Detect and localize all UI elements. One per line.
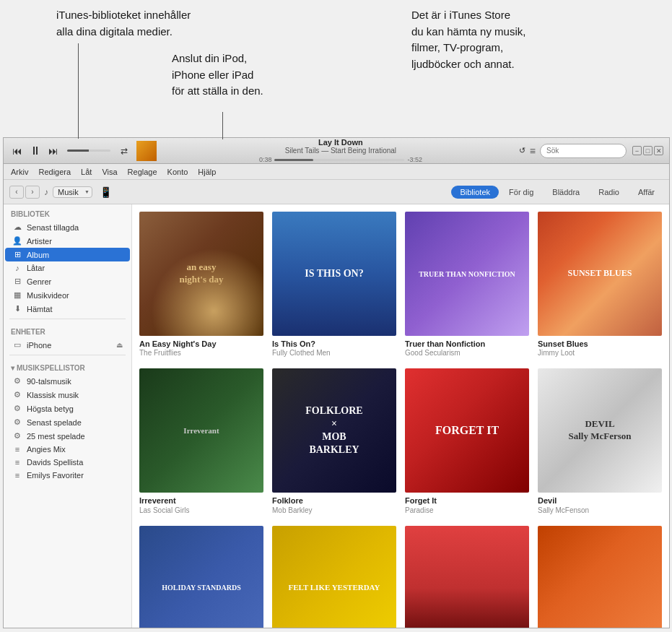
sidebar-item-music-videos[interactable]: ▦ Musikvideor (5, 288, 130, 302)
album-item-sunset-blues[interactable]: SUNSET BLUESSunset BluesJimmy Loot (538, 212, 662, 357)
album-title-easy-night: An Easy Night's Day (139, 339, 263, 349)
sidebar-item-klassisk[interactable]: ⚙ Klassisk musik (5, 388, 130, 402)
genres-icon: ⊟ (12, 277, 22, 286)
nav-tab-för-dig[interactable]: För dig (500, 186, 542, 199)
play-pause-button[interactable]: ⏸ (27, 143, 44, 159)
eject-button[interactable]: ⏏ (116, 341, 123, 349)
album-item-irreverent[interactable]: IrreverantIrreverentLas Social Girls (139, 368, 263, 514)
sidebar-divider-2 (9, 355, 126, 355)
playlist-gear-icon-5: ⚙ (12, 431, 22, 441)
genres-label: Genrer (27, 277, 51, 286)
callout-line-connect (222, 112, 223, 139)
album-title-devil: Devil (538, 495, 662, 506)
album-cover-easy-night: an easynight's day (139, 212, 263, 336)
sidebar-item-angies-mix[interactable]: ≡ Angies Mix (5, 443, 130, 456)
playlist-gear-icon-2: ⚙ (12, 390, 22, 399)
sidebar-item-artists[interactable]: 👤 Artister (5, 234, 130, 248)
minimize-button[interactable]: − (632, 146, 642, 155)
sidebar-item-90s[interactable]: ⚙ 90-talsmusik (5, 374, 130, 388)
sidebar-item-songs[interactable]: ♪ Låtar (5, 261, 130, 274)
menu-item-konto[interactable]: Konto (163, 166, 193, 178)
now-playing-center: Lay It Down Silent Tails — Start Being I… (162, 138, 519, 163)
menu-item-arkiv[interactable]: Arkiv (6, 166, 32, 178)
nav-tab-bläddra[interactable]: Bläddra (544, 186, 588, 199)
menu-bar: ArkivRedigeraLåtVisaReglageKontoHjälp (4, 164, 669, 180)
album-cover-folklore: FOLKLORE×MOBBARKLEY (272, 368, 396, 493)
sidebar-item-emilys[interactable]: ≡ Emilys Favoriter (5, 469, 130, 482)
shuffle-icon[interactable]: ⇄ (121, 146, 128, 156)
sidebar-item-iphone[interactable]: ▭ iPhone ⏏ (5, 338, 130, 352)
callout-line-library (78, 43, 79, 139)
album-title-sunset-blues: Sunset Blues (538, 339, 662, 349)
album-item-car[interactable]: Red DriveVarious Artists (405, 526, 529, 628)
playlist-gear-icon-4: ⚙ (12, 417, 22, 427)
album-item-holiday[interactable]: HOLIDAY STANDARDSHoliday StandardsJimmy … (139, 526, 263, 628)
downloaded-label: Hämtat (27, 305, 52, 313)
album-item-devil[interactable]: DEVILSally McFersonDevilSally McFenson (538, 368, 662, 514)
search-input[interactable] (540, 144, 627, 158)
playlists-header-label: Musikspellistor (17, 364, 85, 372)
now-playing-thumbnail (136, 141, 157, 161)
list-view-icon[interactable]: ≡ (530, 145, 536, 157)
album-item-folklore[interactable]: FOLKLORE×MOBBARKLEYFolkloreMob Barkley (272, 368, 396, 514)
store-callout: Det är i iTunes Store du kan hämta ny mu… (411, 7, 525, 72)
now-playing-info: Lay It Down Silent Tails — Start Being I… (285, 138, 396, 155)
maximize-button[interactable]: □ (643, 146, 653, 155)
menu-item-reglage[interactable]: Reglage (123, 166, 162, 178)
angies-mix-label: Angies Mix (27, 445, 66, 454)
playlist-list-icon-2: ≡ (12, 458, 22, 467)
sidebar-item-recently-added[interactable]: ☁ Senast tillagda (5, 220, 130, 234)
90s-label: 90-talsmusik (27, 377, 71, 386)
rewind-button[interactable]: ⏮ (9, 144, 25, 158)
klassisk-label: Klassisk musik (27, 391, 79, 399)
album-item-forget-it[interactable]: FORGET ITForget ItParadise (405, 368, 529, 514)
music-videos-icon: ▦ (12, 290, 22, 300)
menu-item-låt[interactable]: Låt (77, 166, 96, 178)
progress-bar[interactable] (274, 159, 404, 161)
downloaded-icon: ⬇ (12, 304, 22, 313)
album-item-truer[interactable]: TRUER THAN NONFICTIONTruer than Nonficti… (405, 212, 529, 357)
progress-bar-area: 0:38 -3:52 (259, 156, 422, 163)
fast-forward-button[interactable]: ⏭ (45, 144, 61, 158)
menu-item-redigera[interactable]: Redigera (34, 166, 75, 178)
album-artist-truer: Good Secularism (405, 349, 529, 357)
top-rated-label: Högsta betyg (27, 404, 74, 413)
nav-tab-bibliotek[interactable]: Bibliotek (451, 186, 499, 199)
album-artist-forget-it: Paradise (405, 506, 529, 514)
back-arrow[interactable]: ‹ (9, 186, 24, 199)
playlists-section-header[interactable]: ▾ Musikspellistor (4, 358, 131, 374)
album-artist-sunset-blues: Jimmy Loot (538, 349, 662, 357)
sidebar-item-25-most[interactable]: ⚙ 25 mest spelade (5, 429, 130, 443)
menu-item-hjälp[interactable]: Hjälp (193, 166, 220, 178)
menu-item-visa[interactable]: Visa (97, 166, 121, 178)
album-artist-is-this-on: Fully Clothed Men (272, 349, 396, 357)
nav-tab-radio[interactable]: Radio (590, 186, 628, 199)
album-item-easy-night[interactable]: an easynight's dayAn Easy Night's DayThe… (139, 212, 263, 357)
album-item-is-this-on[interactable]: IS THIS ON?Is This On?Fully Clothed Men (272, 212, 396, 357)
nav-tab-affär[interactable]: Affär (629, 186, 663, 199)
forward-arrow[interactable]: › (25, 186, 40, 199)
sidebar-item-genres[interactable]: ⊟ Genrer (5, 274, 130, 288)
playlist-gear-icon-3: ⚙ (12, 404, 22, 413)
music-note-icon: ♪ (44, 187, 48, 197)
sidebar-item-davids[interactable]: ≡ Davids Spellista (5, 456, 130, 469)
repeat-icon[interactable]: ↺ (519, 146, 525, 155)
album-grid: an easynight's dayAn Easy Night's DayThe… (139, 212, 662, 628)
album-item-felt-like[interactable]: FELT LIKE YESTERDAYFelt Like YesterdaySc… (272, 526, 396, 628)
library-selector[interactable]: Musik (53, 186, 92, 198)
time-remaining: -3:52 (407, 156, 422, 163)
recently-added-icon: ☁ (12, 222, 22, 232)
sidebar-item-top-rated[interactable]: ⚙ Högsta betyg (5, 402, 130, 415)
shuffle-area: ⇄ (121, 146, 131, 156)
album-artist-devil: Sally McFenson (538, 506, 662, 514)
nav-arrows: ‹ › (9, 186, 40, 199)
album-title-irreverent: Irreverent (139, 495, 263, 506)
sidebar-item-recently-played[interactable]: ⚙ Senast spelade (5, 415, 130, 429)
playlists-toggle-icon: ▾ (11, 364, 14, 372)
sidebar-item-albums[interactable]: ⊞ Album (5, 248, 130, 261)
window-controls: − □ ✕ (632, 146, 663, 155)
close-button[interactable]: ✕ (654, 146, 663, 155)
volume-slider[interactable] (67, 150, 110, 152)
album-item-mountain[interactable]: Mountain HazeDesert Sound (538, 526, 662, 628)
sidebar-item-downloaded[interactable]: ⬇ Hämtat (5, 302, 130, 316)
